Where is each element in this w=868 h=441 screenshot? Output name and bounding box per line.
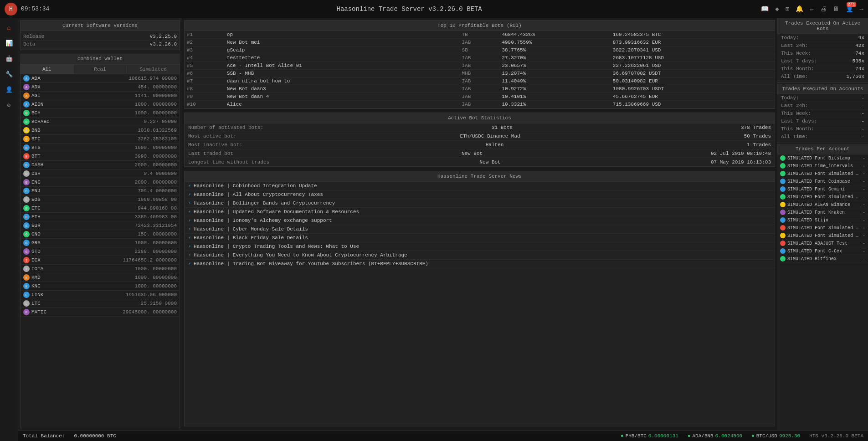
coin-name: BTT: [31, 154, 54, 159]
tab-real[interactable]: Real: [74, 65, 127, 74]
trades-active-row: This Week:74x: [777, 50, 868, 57]
status-ticker: ●PHB/BTC0.00000131●ADA/BNB0.0024500●BTC/…: [621, 433, 800, 439]
news-icon: ⚡: [188, 226, 191, 232]
pencil-icon[interactable]: ✏: [810, 5, 813, 13]
profit: 160.24582375 BTC: [611, 31, 775, 39]
sidebar-tools[interactable]: 🔧: [2, 67, 16, 81]
trades-accounts-row: This Week:-: [777, 110, 868, 118]
btc-amount: 0.00000000 BTC: [74, 433, 116, 439]
news-item[interactable]: ⚡Haasonline | Trading Bot Giveaway for Y…: [185, 260, 775, 268]
account-value: -: [863, 164, 865, 169]
coin-name: GRS: [31, 240, 54, 246]
bot-type: IAB: [460, 77, 500, 85]
coin-icon: E: [23, 196, 30, 203]
coin-icon: B: [23, 153, 30, 159]
news-card: Haasonline Trade Server News ⚡Haasonline…: [184, 171, 775, 426]
coin-icon: K: [23, 274, 30, 281]
coin-icon: L: [23, 292, 30, 298]
coin-amount: 0.4 0000000: [54, 171, 177, 176]
trades-active-section: Trades Executed On Active Bots Today:9xL…: [777, 18, 868, 83]
trades-accounts-row: Last 24h:-: [777, 102, 868, 110]
tab-all[interactable]: All: [21, 65, 74, 74]
diamond-icon[interactable]: ◆: [775, 5, 779, 13]
account-value: -: [863, 241, 865, 246]
news-item[interactable]: ⚡Haasonline | Bollinger Bands and Crypto…: [185, 199, 775, 208]
news-item[interactable]: ⚡Haasonline | Updated Software Documenta…: [185, 208, 775, 216]
sidebar-chart[interactable]: 📊: [2, 36, 16, 50]
coin-name: LINK: [31, 292, 54, 297]
coin-amount: 2000. 00000000: [54, 179, 177, 185]
profit: 36.69707002 USDT: [611, 70, 775, 77]
account-name: SIMULATED time_intervals: [787, 164, 861, 169]
bell-icon[interactable]: 🔔: [796, 5, 803, 13]
sidebar-settings[interactable]: ⚙: [2, 98, 16, 112]
inner-content: Current Software Versions Releasev3.2.25…: [18, 18, 868, 430]
coin-amount: 1951635.06 000000: [54, 292, 177, 297]
user-badge-icon[interactable]: 👤 2/1: [846, 5, 853, 13]
sidebar-bot[interactable]: 🤖: [2, 52, 16, 66]
coin-name: DSH: [31, 171, 54, 176]
trades-accounts-row: This Month:-: [777, 125, 868, 133]
rank: #6: [185, 70, 225, 77]
bot-name: New Bot daan 4: [225, 93, 460, 101]
wallet-row: G GNO 150. 00000000: [21, 230, 180, 239]
news-item[interactable]: ⚡Haasonline | Ionomy's Alchemy exchange …: [185, 216, 775, 225]
coin-icon: E: [23, 222, 30, 229]
top-icons: 📖 ◆ ⊞ 🔔 ✏ 🖨 🖥 👤 2/1 →: [761, 5, 863, 13]
version-label: Release: [23, 34, 44, 39]
coin-name: ENJ: [31, 188, 54, 194]
tab-simulated[interactable]: Simulated: [127, 65, 180, 74]
news-text: Haasonline | Cyber Monday Sale Details: [194, 226, 308, 232]
ticker-value: 9925.30: [779, 433, 800, 439]
account-value: -: [863, 233, 865, 238]
printer-icon[interactable]: 🖨: [820, 5, 827, 13]
coin-amount: 1000. 00000000: [54, 283, 177, 289]
profit: 1080.9926703 USDT: [611, 85, 775, 93]
account-icon: [780, 171, 786, 176]
stat-val2: 50 Trades: [744, 133, 771, 139]
sidebar-user[interactable]: 👤: [2, 83, 16, 97]
monitor-icon[interactable]: 🖥: [833, 5, 839, 13]
news-header: Haasonline Trade Server News: [185, 171, 775, 182]
wallet-row: K KMD 1000. 00000000: [21, 273, 180, 282]
bot-name: New Bot daan3: [225, 85, 460, 93]
news-icon: ⚡: [188, 209, 191, 215]
coin-name: ETC: [31, 205, 54, 211]
sidebar-home[interactable]: ⌂: [2, 21, 16, 35]
news-item[interactable]: ⚡Haasonline | Cyber Monday Sale Details: [185, 225, 775, 234]
top10-row: #5 Ace - Intell Bot Alice 01 IAB 23.0657…: [185, 62, 775, 70]
stat-label: Most active bot:: [188, 133, 236, 139]
trades-value: -: [861, 118, 864, 124]
coin-icon: G: [23, 231, 30, 237]
stat-val2: 07 May 2019 18:13:03: [711, 159, 771, 165]
book-icon[interactable]: 📖: [761, 5, 769, 13]
trades-label: This Week:: [781, 111, 811, 116]
news-text: Haasonline | Updated Software Documentat…: [194, 209, 359, 215]
coin-name: MATIC: [31, 309, 54, 315]
wallet-row: E ETC 944.890160 00: [21, 204, 180, 213]
stat-label: Number of activated bots:: [188, 125, 263, 130]
coin-amount: 150. 00000000: [54, 231, 177, 237]
account-row: SIMULATED Font Simulated Huobi -: [777, 224, 868, 232]
coin-icon: B: [23, 144, 30, 151]
coin-amount: 1000. 00000000: [54, 102, 177, 107]
coin-icon: B: [23, 136, 30, 142]
top10-row: #6 SSB - MHB MHB 13.2074% 36.69707002 US…: [185, 70, 775, 77]
trades-active-row: This Month:74x: [777, 65, 868, 73]
news-item[interactable]: ⚡Haasonline | Cobinhood Integration Upda…: [185, 182, 775, 190]
trades-label: This Month:: [781, 126, 814, 132]
account-row: SIMULATED Font Gemini -: [777, 185, 868, 193]
news-icon: ⚡: [188, 183, 191, 189]
news-item[interactable]: ⚡Haasonline | Crypto Trading Tools and N…: [185, 242, 775, 251]
logout-icon[interactable]: →: [860, 5, 863, 13]
trades-per-account-body: SIMULATED Font Bitstamp - SIMULATED time…: [777, 154, 868, 430]
trades-value: -: [861, 111, 864, 116]
news-item[interactable]: ⚡Haasonline | Black Friday Sale Details: [185, 234, 775, 242]
bot-name: testtettete: [225, 54, 460, 62]
coin-icon: E: [23, 179, 30, 185]
trades-label: This Month:: [781, 66, 814, 72]
news-item[interactable]: ⚡Haasonline | Everything You Need to Kno…: [185, 251, 775, 260]
news-item[interactable]: ⚡Haasonline | All About Cryptocurrency T…: [185, 190, 775, 199]
grid-icon[interactable]: ⊞: [786, 5, 789, 13]
stat-val1: Halten: [242, 142, 747, 148]
